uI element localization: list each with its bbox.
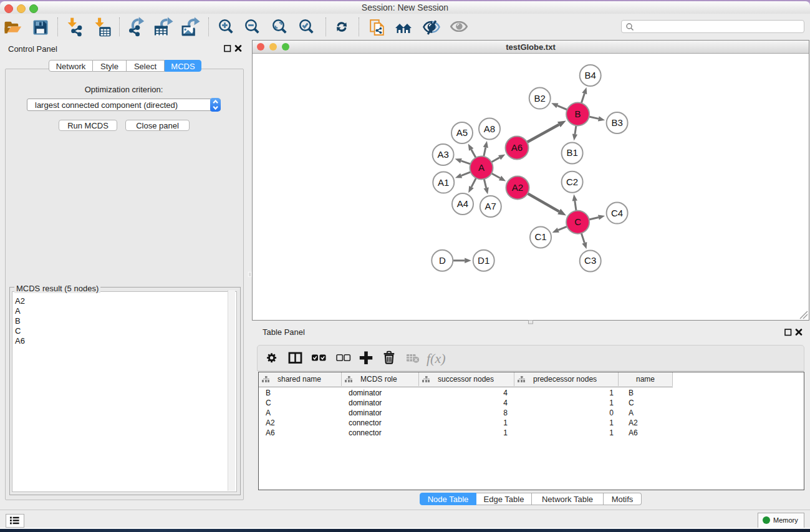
svg-text:f(x): f(x) [427, 351, 446, 366]
svg-text:A8: A8 [484, 123, 495, 134]
svg-text:A6: A6 [511, 142, 523, 153]
svg-text:B4: B4 [585, 70, 596, 80]
svg-text:A3: A3 [437, 149, 448, 160]
svg-text:C3: C3 [584, 255, 596, 266]
svg-text:B3: B3 [611, 117, 622, 128]
svg-text:C4: C4 [611, 208, 623, 218]
svg-text:A7: A7 [485, 201, 496, 211]
svg-text:A: A [478, 162, 485, 173]
svg-text:D: D [439, 255, 446, 266]
svg-text:C1: C1 [534, 231, 546, 242]
svg-text:C: C [574, 216, 581, 227]
svg-text:C2: C2 [566, 177, 578, 187]
svg-text:B: B [575, 109, 581, 119]
svg-text:A5: A5 [456, 127, 468, 138]
svg-text:B2: B2 [534, 93, 546, 104]
svg-text:D1: D1 [478, 255, 489, 266]
svg-text:A2: A2 [512, 182, 523, 193]
svg-text:A4: A4 [457, 198, 468, 209]
svg-text:B1: B1 [566, 147, 577, 158]
svg-text:A1: A1 [438, 177, 449, 188]
